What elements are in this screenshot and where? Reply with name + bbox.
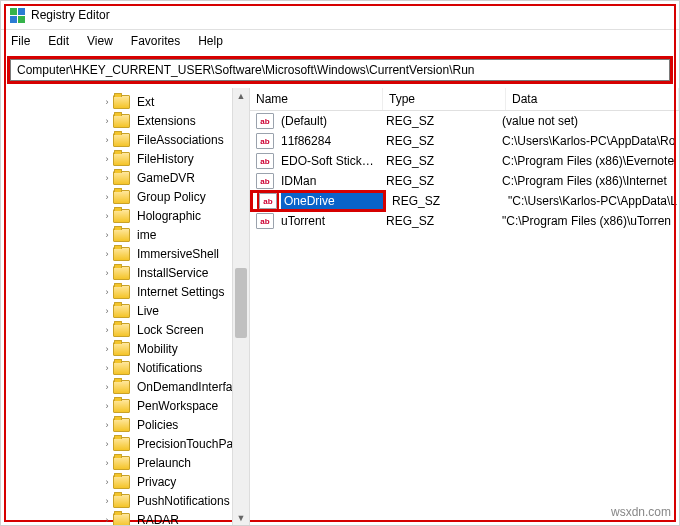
tree-panel[interactable]: ›Ext›Extensions›FileAssociations›FileHis…: [1, 88, 250, 526]
tree-node[interactable]: ›OnDemandInterface: [1, 377, 249, 396]
folder-icon: [113, 228, 130, 242]
folder-icon: [113, 285, 130, 299]
tree-node[interactable]: ›GameDVR: [1, 168, 249, 187]
tree-node[interactable]: ›Ext: [1, 92, 249, 111]
chevron-right-icon[interactable]: ›: [101, 192, 113, 202]
tree-node[interactable]: ›PrecisionTouchPad: [1, 434, 249, 453]
scroll-down-icon[interactable]: ▼: [233, 510, 249, 526]
tree-node-label: RADAR: [134, 512, 182, 527]
tree-node-label: PushNotifications: [134, 493, 233, 509]
menu-edit[interactable]: Edit: [48, 34, 69, 48]
tree-node[interactable]: ›Privacy: [1, 472, 249, 491]
chevron-right-icon[interactable]: ›: [101, 496, 113, 506]
chevron-right-icon[interactable]: ›: [101, 306, 113, 316]
chevron-right-icon[interactable]: ›: [101, 116, 113, 126]
chevron-right-icon[interactable]: ›: [101, 382, 113, 392]
tree-node[interactable]: ›PushNotifications: [1, 491, 249, 510]
chevron-right-icon[interactable]: ›: [101, 211, 113, 221]
chevron-right-icon[interactable]: ›: [101, 325, 113, 335]
folder-icon: [113, 133, 130, 147]
value-row[interactable]: ab(Default)REG_SZ(value not set): [250, 111, 679, 131]
value-type: REG_SZ: [380, 114, 496, 128]
menu-view[interactable]: View: [87, 34, 113, 48]
chevron-right-icon[interactable]: ›: [101, 439, 113, 449]
folder-icon: [113, 323, 130, 337]
values-panel: Name Type Data ab(Default)REG_SZ(value n…: [250, 88, 679, 526]
tree-node[interactable]: ›Notifications: [1, 358, 249, 377]
chevron-right-icon[interactable]: ›: [101, 363, 113, 373]
column-name[interactable]: Name: [250, 88, 383, 110]
folder-icon: [113, 152, 130, 166]
tree-node[interactable]: ›InstallService: [1, 263, 249, 282]
value-data: C:\Users\Karlos-PC\AppData\Ro: [496, 134, 679, 148]
tree-node-label: FileHistory: [134, 151, 197, 167]
scroll-thumb[interactable]: [235, 268, 247, 338]
tree-node[interactable]: ›Lock Screen: [1, 320, 249, 339]
value-row[interactable]: abOneDriveREG_SZ"C:\Users\Karlos-PC\AppD…: [250, 191, 679, 211]
tree-node[interactable]: ›Internet Settings: [1, 282, 249, 301]
chevron-right-icon[interactable]: ›: [101, 154, 113, 164]
value-row[interactable]: abuTorrentREG_SZ"C:\Program Files (x86)\…: [250, 211, 679, 231]
tree-scrollbar[interactable]: ▲ ▼: [232, 88, 249, 526]
chevron-right-icon[interactable]: ›: [101, 135, 113, 145]
tree-node[interactable]: ›Holographic: [1, 206, 249, 225]
tree-node[interactable]: ›ImmersiveShell: [1, 244, 249, 263]
menu-file[interactable]: File: [11, 34, 30, 48]
chevron-right-icon[interactable]: ›: [101, 344, 113, 354]
tree-node[interactable]: ›Mobility: [1, 339, 249, 358]
tree-node[interactable]: ›Live: [1, 301, 249, 320]
column-data[interactable]: Data: [506, 88, 679, 110]
tree-node[interactable]: ›Extensions: [1, 111, 249, 130]
chevron-right-icon[interactable]: ›: [101, 268, 113, 278]
chevron-right-icon[interactable]: ›: [101, 477, 113, 487]
scroll-up-icon[interactable]: ▲: [233, 88, 249, 104]
menubar: File Edit View Favorites Help: [1, 30, 679, 54]
folder-icon: [113, 114, 130, 128]
tree-node[interactable]: ›FileHistory: [1, 149, 249, 168]
chevron-right-icon[interactable]: ›: [101, 420, 113, 430]
address-highlight: Computer\HKEY_CURRENT_USER\Software\Micr…: [7, 56, 673, 84]
tree-node-label: PenWorkspace: [134, 398, 221, 414]
folder-icon: [113, 361, 130, 375]
tree-node-label: Live: [134, 303, 162, 319]
titlebar: Registry Editor: [1, 1, 679, 30]
folder-icon: [113, 247, 130, 261]
tree-node[interactable]: ›ime: [1, 225, 249, 244]
chevron-right-icon[interactable]: ›: [101, 458, 113, 468]
value-data: C:\Program Files (x86)\Evernote: [496, 154, 679, 168]
menu-favorites[interactable]: Favorites: [131, 34, 180, 48]
value-row[interactable]: abIDManREG_SZC:\Program Files (x86)\Inte…: [250, 171, 679, 191]
chevron-right-icon[interactable]: ›: [101, 249, 113, 259]
chevron-right-icon[interactable]: ›: [101, 97, 113, 107]
tree-node[interactable]: ›Prelaunch: [1, 453, 249, 472]
chevron-right-icon[interactable]: ›: [101, 401, 113, 411]
string-value-icon: ab: [256, 133, 274, 149]
folder-icon: [113, 399, 130, 413]
tree-node[interactable]: ›RADAR: [1, 510, 249, 526]
folder-icon: [113, 304, 130, 318]
tree-node[interactable]: ›Group Policy: [1, 187, 249, 206]
menu-help[interactable]: Help: [198, 34, 223, 48]
tree-node-label: GameDVR: [134, 170, 198, 186]
tree-node[interactable]: ›FileAssociations: [1, 130, 249, 149]
chevron-right-icon[interactable]: ›: [101, 173, 113, 183]
tree-node-label: InstallService: [134, 265, 211, 281]
chevron-right-icon[interactable]: ›: [101, 515, 113, 525]
tree-node-label: FileAssociations: [134, 132, 227, 148]
column-type[interactable]: Type: [383, 88, 506, 110]
value-name: (Default): [278, 113, 380, 129]
chevron-right-icon[interactable]: ›: [101, 287, 113, 297]
tree-node-label: PrecisionTouchPad: [134, 436, 243, 452]
tree-node[interactable]: ›PenWorkspace: [1, 396, 249, 415]
value-row[interactable]: ab11f86284REG_SZC:\Users\Karlos-PC\AppDa…: [250, 131, 679, 151]
chevron-right-icon[interactable]: ›: [101, 230, 113, 240]
address-bar[interactable]: Computer\HKEY_CURRENT_USER\Software\Micr…: [10, 59, 670, 81]
tree-node[interactable]: ›Policies: [1, 415, 249, 434]
value-data: "C:\Users\Karlos-PC\AppData\L: [502, 194, 679, 208]
value-row[interactable]: abEDO-Soft Sticky ...REG_SZC:\Program Fi…: [250, 151, 679, 171]
value-name: 11f86284: [278, 133, 380, 149]
folder-icon: [113, 171, 130, 185]
tree-node-label: Holographic: [134, 208, 204, 224]
folder-icon: [113, 380, 130, 394]
folder-icon: [113, 418, 130, 432]
